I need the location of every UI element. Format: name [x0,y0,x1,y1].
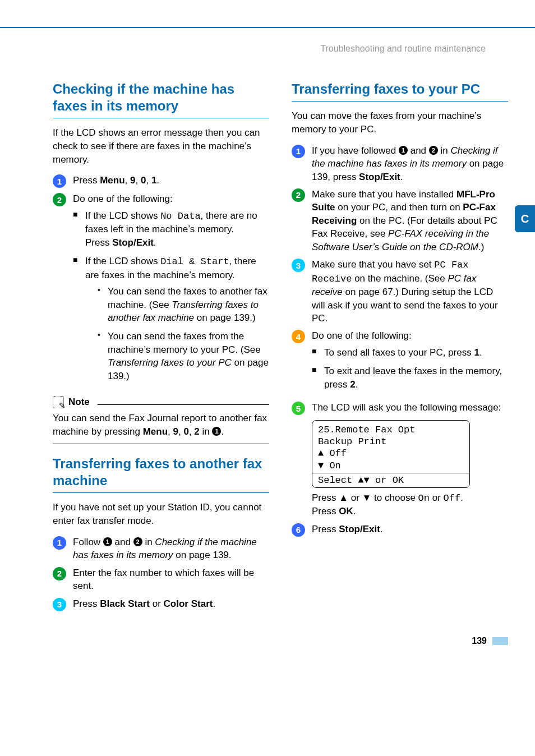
text: on your PC, and then turn on [335,202,463,213]
text: Make sure that you have set [312,259,434,270]
step-1: 1 Follow 1 and 2 in Checking if the mach… [53,536,269,562]
step-ref-1-icon: 1 [212,427,221,436]
page-accent [492,637,508,645]
note-icon [53,396,64,408]
text: , [136,175,141,186]
step-3-body: Make sure that you have set PC Fax Recei… [312,258,508,325]
digit-9: 9 [173,426,178,437]
option-send-all: To send all faxes to your PC, press 1. [312,346,508,359]
lcd-line-2: Backup Print [318,436,464,448]
text: or [430,492,444,503]
stop-exit-key: Stop/Exit [112,237,154,248]
digit-1: 1 [474,347,479,358]
page-number: 139 [472,636,487,646]
text: Press [312,506,339,517]
note-title: Note [68,397,90,408]
digit-0: 0 [183,426,188,437]
step-3-body: Press Black Start or Color Start. [73,597,269,610]
digit-2: 2 [350,379,355,390]
after-lcd-text: Press ▲ or ▼ to choose On or Off. Press … [312,491,508,518]
option-dial-start: If the LCD shows Dial & Start, there are… [73,255,269,382]
running-header: Troubleshooting and routine maintenance [0,28,535,54]
text: and [112,537,133,547]
text: or [150,598,164,609]
text: . [154,237,156,248]
step-badge-4: 4 [292,330,305,343]
step-badge-1: 1 [292,145,305,158]
digit-9: 9 [130,175,135,186]
text: on page 139.) [194,312,256,323]
page-footer: 139 [0,614,535,669]
note-block: Note You can send the Fax Journal report… [53,396,269,444]
note-body: You can send the Fax Journal report to a… [53,408,269,444]
arrow-up-icon: ▲ [318,448,324,459]
section-rule [292,101,508,102]
section-rule [53,118,269,118]
text: . [400,172,403,182]
text: Follow [73,537,103,547]
step-3: 3 Make sure that you have set PC Fax Rec… [292,258,508,325]
option-list: If the LCD shows No Data, there are no f… [73,209,269,382]
step-badge-1: 1 [53,536,66,550]
lcd-value: On [418,493,430,504]
step-ref-2-icon: 2 [133,537,142,546]
step-badge-1: 1 [53,174,66,188]
text: Press [73,598,100,609]
step-5: 5 The LCD will ask you the following mes… [292,401,508,518]
sub-option-send-pc: You can send the faxes from the machine’… [98,330,269,382]
left-column: Checking if the machine has faxes in its… [53,81,269,614]
text: or OK [370,475,404,486]
menu-key: Menu [143,426,168,437]
lcd-value: No Data [160,211,200,222]
text: on page 139. [173,550,232,560]
step-2-body: Do one of the following: If the LCD show… [73,192,269,388]
text: and [408,145,429,156]
text: in [438,145,451,156]
step-3: 3 Press Black Start or Color Start. [53,597,269,611]
step-badge-5: 5 [292,402,305,415]
text: . [380,524,383,534]
step-badge-2: 2 [53,567,66,580]
lcd-display: 25.Remote Fax Opt Backup Print ▲ Off ▼ O… [312,420,470,488]
text: . [479,347,482,358]
text: , [189,426,194,437]
step-2: 2 Do one of the following: If the LCD sh… [53,192,269,388]
text: . [221,426,224,437]
step-4-body: Do one of the following: To send all fax… [312,329,508,397]
step-6-body: Press Stop/Exit. [312,523,508,536]
text: Press [85,237,112,248]
digit-0: 0 [141,175,146,186]
text: Press ▲ or ▼ to choose [312,492,418,503]
text: . [356,379,358,390]
text: , [146,175,151,186]
step-badge-6: 6 [292,523,305,537]
lcd-line-1: 25.Remote Fax Opt [318,424,464,436]
step-2: 2 Enter the fax number to which faxes wi… [53,566,269,593]
text: on the machine. (See [352,273,448,284]
step-2-body: Make sure that you have installed MFL-Pr… [312,188,508,253]
step-badge-3: 3 [292,259,305,272]
text: Do one of the following: [312,330,412,341]
text: On [324,460,341,471]
stop-exit-key: Stop/Exit [359,172,400,182]
step-1: 1 If you have followed 1 and 2 in Checki… [292,144,508,183]
page-root: Troubleshooting and routine maintenance … [0,27,535,669]
lcd-line-5: Select ▲▼ or OK [318,474,464,486]
text: , [125,175,130,186]
option-exit: To exit and leave the faxes in the memor… [312,365,508,391]
option-no-data: If the LCD shows No Data, there are no f… [73,209,269,249]
text: The LCD will ask you the following messa… [312,402,501,413]
text: To send all faxes to your PC, press [324,347,474,358]
text: in [200,426,213,437]
black-start-key: Black Start [100,598,150,609]
arrow-updown-icon: ▲▼ [358,475,369,486]
lcd-line-3: ▲ Off [318,448,464,459]
text: , [178,426,183,437]
xref: Transferring faxes to your PC [108,357,232,368]
text: If the LCD shows [85,256,160,266]
text: You can send the faxes from the machine’… [108,331,261,354]
content-columns: Checking if the machine has faxes in its… [0,54,535,614]
step-2: 2 Make sure that you have installed MFL-… [292,188,508,253]
text: . [460,492,463,503]
text: Make sure that you have installed [312,189,456,200]
